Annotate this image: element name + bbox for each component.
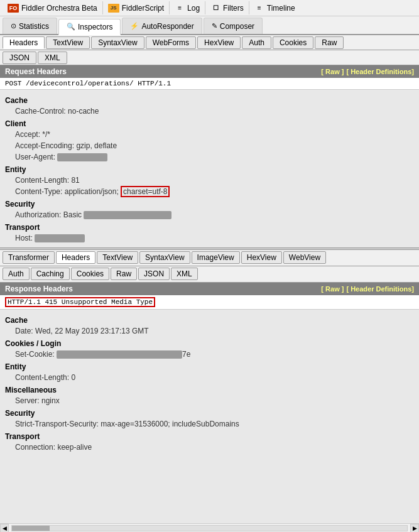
request-definitions-link[interactable]: [ Header Definitions] [346, 68, 414, 75]
main-tab-bar: ⊙ Statistics 🔍 Inspectors ⚡ AutoResponde… [0, 16, 419, 35]
request-tab-row2: JSON XML [0, 50, 419, 65]
resp-security-title: Security [5, 409, 414, 418]
auth-redacted [84, 211, 171, 219]
transport-title: Transport [5, 223, 414, 232]
request-headers-section-header: Request Headers [ Raw ] [ Header Definit… [0, 65, 419, 78]
resp-tab-raw[interactable]: Raw [111, 268, 137, 280]
response-headers-content: Cache Date: Wed, 22 May 2019 23:17:13 GM… [0, 310, 419, 523]
request-headers-panel: Request Headers [ Raw ] [ Header Definit… [0, 65, 419, 247]
menu-log[interactable]: ≡ Log [170, 1, 205, 14]
accept-encoding-item: Accept-Encoding: gzip, deflate [5, 140, 414, 151]
resp-cookies-title: Cookies / Login [5, 339, 414, 348]
request-line-text: POST /devicecontrol/operations/ HTTP/1.1 [5, 80, 171, 87]
req-tab-json[interactable]: JSON [3, 52, 36, 64]
filters-icon: ☐ [210, 3, 220, 13]
tab-statistics-label: Statistics [19, 22, 49, 31]
timeline-icon: ≡ [254, 3, 264, 13]
user-agent-redacted [57, 153, 107, 161]
resp-server-item: Server: nginx [5, 395, 414, 406]
resp-tab-json[interactable]: JSON [138, 268, 170, 280]
cache-control-item: Cache-Control: no-cache [5, 106, 414, 117]
host-item: Host: [5, 232, 414, 244]
request-raw-link[interactable]: [ Raw ] [321, 68, 344, 75]
request-line: POST /devicecontrol/operations/ HTTP/1.1 [0, 78, 419, 90]
content-type-item: Content-Type: application/json; charset=… [5, 186, 414, 197]
req-tab-webforms[interactable]: WebForms [146, 36, 196, 49]
resp-tab-caching[interactable]: Caching [31, 268, 70, 280]
req-tab-hexview[interactable]: HexView [197, 36, 241, 49]
menu-timeline-label: Timeline [267, 4, 295, 13]
client-title: Client [5, 119, 414, 128]
resp-tab-textview[interactable]: TextView [97, 251, 138, 264]
response-header-links: [ Raw ] [ Header Definitions] [321, 285, 414, 293]
resp-tab-auth[interactable]: Auth [3, 268, 30, 280]
menu-fiddlerscript[interactable]: JS FiddlerScript [103, 1, 170, 14]
menu-fo[interactable]: FO Fiddler Orchestra Beta [3, 1, 103, 14]
scrollbar-right-arrow[interactable]: ▶ [410, 524, 419, 533]
user-agent-item: User-Agent: [5, 151, 414, 163]
req-tab-xml[interactable]: XML [38, 52, 67, 64]
menu-timeline[interactable]: ≡ Timeline [249, 1, 300, 14]
req-tab-cookies[interactable]: Cookies [273, 36, 313, 49]
req-tab-raw[interactable]: Raw [315, 36, 344, 49]
tab-composer-label: Composer [220, 22, 254, 31]
menu-log-label: Log [187, 4, 200, 13]
request-section: Headers TextView SyntaxView WebForms Hex… [0, 35, 419, 247]
resp-setcookie-item: Set-Cookie: 7e [5, 349, 414, 360]
tab-statistics[interactable]: ⊙ Statistics [3, 18, 57, 34]
js-icon: JS [108, 4, 119, 13]
response-definitions-link[interactable]: [ Header Definitions] [346, 285, 414, 293]
security-title: Security [5, 200, 414, 209]
resp-tab-syntaxview[interactable]: SyntaxView [139, 251, 190, 264]
scrollbar-track[interactable] [11, 525, 408, 531]
resp-cache-title: Cache [5, 316, 414, 325]
response-status-line: HTTP/1.1 415 Unsupported Media Type [0, 295, 419, 310]
resp-tab-cookies[interactable]: Cookies [71, 268, 109, 280]
response-tab-row1: Transformer Headers TextView SyntaxView … [0, 250, 419, 266]
host-redacted [35, 234, 85, 242]
composer-icon: ✎ [212, 22, 217, 30]
autoresponder-icon: ⚡ [130, 22, 139, 30]
entity-title: Entity [5, 165, 414, 174]
scrollbar-left-arrow[interactable]: ◀ [0, 524, 9, 533]
tab-autoresponder[interactable]: ⚡ AutoResponder [122, 18, 202, 34]
menu-filters[interactable]: ☐ Filters [205, 1, 249, 14]
tab-composer[interactable]: ✎ Composer [204, 18, 263, 34]
req-tab-syntaxview[interactable]: SyntaxView [91, 36, 144, 49]
statistics-icon: ⊙ [11, 22, 16, 30]
tab-inspectors-label: Inspectors [78, 23, 112, 31]
resp-tab-xml[interactable]: XML [171, 268, 198, 280]
request-tab-row1: Headers TextView SyntaxView WebForms Hex… [0, 35, 419, 50]
response-status-text: HTTP/1.1 415 Unsupported Media Type [5, 297, 155, 307]
resp-misc-title: Miscellaneous [5, 386, 414, 394]
fo-icon: FO [8, 4, 19, 13]
req-tab-textview[interactable]: TextView [46, 36, 90, 49]
resp-tab-imageview[interactable]: ImageView [192, 251, 240, 264]
req-tab-auth[interactable]: Auth [242, 36, 271, 49]
menu-fo-label: Fiddler Orchestra Beta [21, 4, 97, 13]
resp-connection-item: Connection: keep-alive [5, 442, 414, 453]
log-icon: ≡ [175, 3, 185, 13]
resp-tab-webview[interactable]: WebView [283, 251, 326, 264]
horizontal-scrollbar[interactable]: ◀ ▶ [0, 523, 419, 532]
menu-bar: FO Fiddler Orchestra Beta JS FiddlerScri… [0, 0, 419, 16]
set-cookie-redacted [57, 350, 182, 359]
resp-sts-item: Strict-Transport-Security: max-age=31536… [5, 418, 414, 430]
request-headers-content: Cache Cache-Control: no-cache Client Acc… [0, 90, 419, 247]
tab-inspectors[interactable]: 🔍 Inspectors [58, 19, 121, 35]
charset-highlight: charset=utf-8 [121, 186, 170, 197]
tab-autoresponder-label: AutoResponder [141, 22, 193, 31]
accept-item: Accept: */* [5, 129, 414, 140]
resp-transport-title: Transport [5, 432, 414, 441]
scrollbar-thumb[interactable] [12, 526, 50, 531]
authorization-item: Authorization: Basic [5, 209, 414, 220]
resp-tab-headers[interactable]: Headers [56, 251, 95, 264]
req-tab-headers[interactable]: Headers [3, 36, 45, 49]
resp-content-length-item: Content-Length: 0 [5, 372, 414, 383]
resp-date-item: Date: Wed, 22 May 2019 23:17:13 GMT [5, 325, 414, 337]
response-raw-link[interactable]: [ Raw ] [321, 285, 344, 293]
resp-tab-transformer[interactable]: Transformer [3, 251, 55, 264]
response-headers-section-header: Response Headers [ Raw ] [ Header Defini… [0, 283, 419, 295]
request-header-links: [ Raw ] [ Header Definitions] [321, 68, 414, 75]
resp-tab-hexview[interactable]: HexView [241, 251, 282, 264]
